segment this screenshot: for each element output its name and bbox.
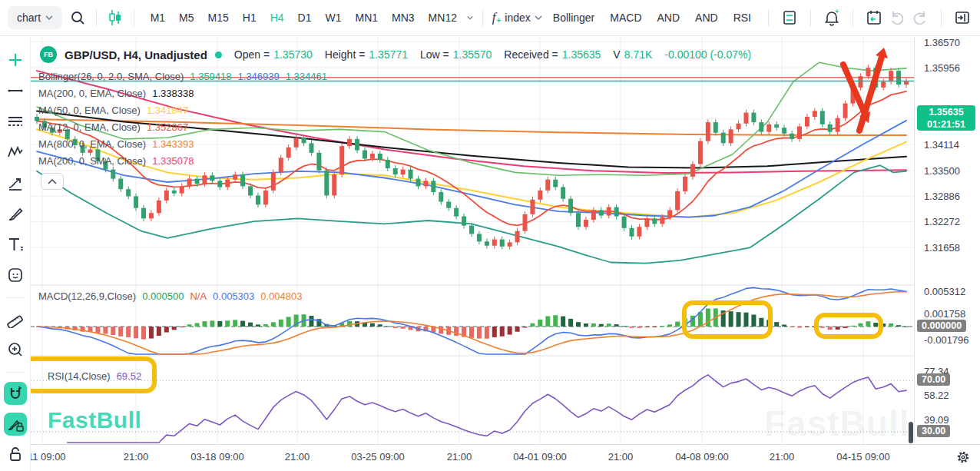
brush-lock-tool[interactable] <box>4 413 27 436</box>
replay-button[interactable] <box>862 6 886 29</box>
time-tick-8: 04-08 09:00 <box>675 451 728 463</box>
panels-icon <box>782 10 797 25</box>
fastbull-watermark-green: FastBull <box>48 407 141 433</box>
alert-bell-icon: + <box>823 9 840 26</box>
quote-item-3: Received =1.35635 <box>504 48 601 61</box>
indicator-button-and-3[interactable]: AND <box>687 12 726 24</box>
collapse-panel-button[interactable] <box>951 6 974 29</box>
timeframe-m15[interactable]: M15 <box>201 12 236 24</box>
overlay-legend-4[interactable]: MA(800, 0, EMA, Close)1.343393 <box>38 138 194 150</box>
macd-histogram-highlight-1 <box>682 300 773 339</box>
macd-tick-1: 0.001758 <box>924 308 965 320</box>
chart-scrollbar-handle[interactable] <box>909 422 913 443</box>
text-tool[interactable] <box>4 233 27 256</box>
price-axis[interactable]: 1.365701.359561.347281.341141.335001.328… <box>914 36 980 444</box>
arrow-trend-tool[interactable] <box>4 171 27 194</box>
add-plus-tool[interactable] <box>4 48 27 71</box>
candlestick-style-button[interactable] <box>106 6 124 29</box>
undo-button[interactable] <box>886 6 909 29</box>
layout-panels-button[interactable] <box>778 6 801 29</box>
trend-line-tool[interactable] <box>4 79 27 102</box>
time-tick-9: 21:00 <box>770 451 795 463</box>
magnet-tool[interactable] <box>4 382 27 405</box>
macd-zero-badge: 0.000000 <box>917 320 966 332</box>
symbol-title[interactable]: GBP/USD, H4, Unadjusted <box>65 48 207 61</box>
brush-tool[interactable] <box>4 202 27 225</box>
rsi-legend-highlight <box>22 357 157 393</box>
chevron-down-icon <box>535 15 542 20</box>
time-tick-2: 03-18 09:00 <box>190 451 243 463</box>
overlay-legend-5[interactable]: MA(200, 0, SMA, Close)1.335078 <box>38 155 194 167</box>
quote-item-2: Low =1.35570 <box>420 48 492 61</box>
timeframe-m1[interactable]: M1 <box>144 12 172 24</box>
time-tick-4: 03-25 09:00 <box>351 451 404 463</box>
time-tick-6: 04-01 09:00 <box>513 451 566 463</box>
macd-tick-3: -0.001796 <box>924 334 969 346</box>
timeframe-mn3[interactable]: MN3 <box>385 12 422 24</box>
price-tick-1: 1.35956 <box>924 62 960 74</box>
broker-logo: FB <box>40 46 57 63</box>
indicator-button-macd-1[interactable]: MACD <box>602 12 649 24</box>
chart-type-dropdown[interactable]: chart <box>8 6 62 29</box>
fastbull-watermark-gray: FastBull <box>764 403 909 444</box>
indicator-button-rsi-4[interactable]: RSI <box>726 12 759 24</box>
rsi-70-badge: 70.00 <box>917 373 950 386</box>
indicator-button-and-2[interactable]: AND <box>650 12 688 24</box>
line-tools[interactable] <box>4 110 27 133</box>
timeframe-mn12[interactable]: MN12 <box>422 12 464 24</box>
macd-legend[interactable]: MACD(12,26,9,Close)0.000500N/A0.0053030.… <box>38 290 303 302</box>
timeframe-w1[interactable]: W1 <box>318 12 348 24</box>
toolbar-right-icons: + <box>759 6 974 29</box>
toolbar-divider <box>482 9 483 26</box>
sidebar-divider <box>6 297 25 298</box>
overlay-legend-1[interactable]: MA(200, 0, EMA, Close)1.338338 <box>38 88 194 99</box>
timeframes-more-chevron-icon[interactable] <box>467 15 473 20</box>
last-price-badge: 1.3563501:21:51 <box>917 105 975 131</box>
quote-item-1: Height =1.35771 <box>325 48 408 61</box>
indicators-dropdown[interactable]: f+ index <box>492 10 542 25</box>
overlay-legend-3[interactable]: MA(12, 0, EMA, Close)1.352867 <box>38 121 188 133</box>
time-tick-5: 21:00 <box>447 451 472 463</box>
price-tick-3: 1.34114 <box>924 139 959 151</box>
time-tick-7: 21:00 <box>608 451 634 463</box>
svg-text:+: + <box>835 9 839 15</box>
quote-item-5: -0.00100 (-0.07%) <box>664 48 751 61</box>
search-icon <box>70 10 85 25</box>
price-tick-4: 1.33500 <box>924 165 960 177</box>
trading-platform: chart M1M5M15H1H4D1W1MN1MN3MN12 f+ index <box>0 0 980 471</box>
fx-icon: f <box>492 10 496 25</box>
overlay-legend-0[interactable]: Bollinger(26, 0, 2.0, SMA, Close)1.35941… <box>38 71 327 82</box>
chevron-up-icon <box>47 178 58 184</box>
overlay-legend-2[interactable]: MA(50, 0, EMA, Close)1.341847 <box>38 104 188 116</box>
drawing-tools-sidebar <box>0 36 31 471</box>
redo-button[interactable] <box>909 6 932 29</box>
time-tick-10: 04-15 09:00 <box>836 451 889 463</box>
time-axis[interactable]: 3-11 09:0021:0003-18 09:0021:0003-25 09:… <box>31 444 980 471</box>
timeframe-d1[interactable]: D1 <box>291 12 319 24</box>
collapse-legends-button[interactable] <box>41 173 64 190</box>
time-tick-1: 21:00 <box>124 451 149 463</box>
axis-settings-button[interactable] <box>956 450 970 466</box>
pattern-tool[interactable] <box>4 141 27 164</box>
indicator-button-bollinger-0[interactable]: Bollinger <box>545 12 602 24</box>
zoom-in-tool[interactable] <box>4 338 27 361</box>
search-button[interactable] <box>68 6 87 29</box>
timeframe-group: M1M5M15H1H4D1W1MN1MN3MN12 <box>144 12 464 24</box>
indicator-buttons-group: BollingerMACDANDANDRSI <box>545 12 759 24</box>
price-tick-6: 1.32272 <box>924 216 960 227</box>
candlestick-icon <box>108 9 123 26</box>
timeframe-m5[interactable]: M5 <box>172 12 200 24</box>
index-label: index <box>505 12 530 24</box>
sticker-tool[interactable] <box>4 264 27 287</box>
live-dot-icon <box>215 51 222 58</box>
rsi-tick-2: 58.22 <box>924 390 949 401</box>
unlock-tool[interactable] <box>4 443 27 466</box>
toolbar-divider <box>96 9 97 26</box>
measure-tool[interactable] <box>4 307 27 330</box>
price-tick-7: 1.31658 <box>924 242 960 254</box>
timeframe-mn1[interactable]: MN1 <box>348 12 385 24</box>
alert-button[interactable]: + <box>820 6 843 29</box>
timeframe-h1[interactable]: H1 <box>236 12 263 24</box>
timeframe-h4[interactable]: H4 <box>263 12 291 24</box>
chevron-down-icon <box>45 15 53 20</box>
